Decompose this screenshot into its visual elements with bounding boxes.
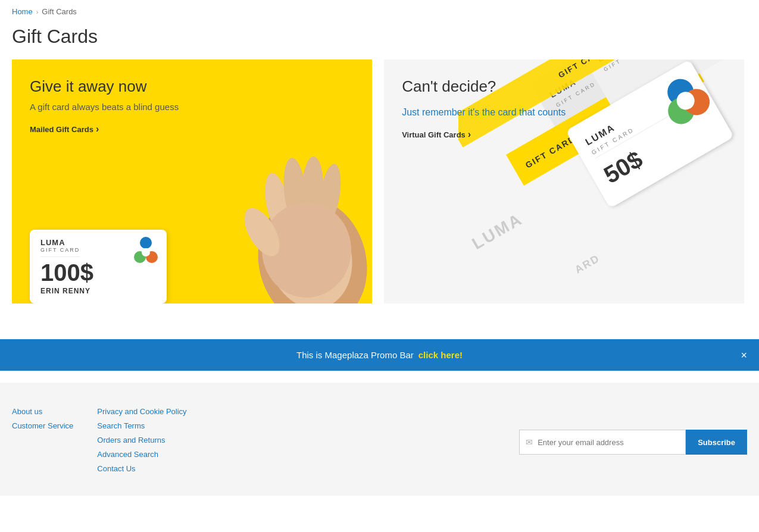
- footer-link-customer-service[interactable]: Customer Service: [12, 421, 73, 430]
- footer-link-advanced-search[interactable]: Advanced Search: [97, 450, 158, 459]
- luma-type: GIFT CARD: [40, 247, 80, 257]
- mailed-gift-cards-link[interactable]: Mailed Gift Cards: [30, 124, 99, 134]
- footer-newsletter: ✉ Subscribe: [519, 406, 747, 478]
- hand-visual: [217, 155, 372, 303]
- card-left-title: Give it away now: [30, 77, 354, 96]
- svg-text:LUMA: LUMA: [469, 209, 526, 253]
- card-right: Can't decide? Just remember it's the car…: [384, 60, 744, 303]
- luma-card-left: LUMA GIFT CARD 100$ ERIN RENNY: [30, 230, 167, 303]
- email-input-wrapper: ✉: [519, 430, 686, 455]
- svg-text:ARD: ARD: [573, 252, 602, 276]
- footer-link-about[interactable]: About us: [12, 407, 42, 416]
- card-left-subtitle: A gift card always beats a blind guess: [30, 102, 354, 112]
- subscribe-button[interactable]: Subscribe: [686, 430, 747, 455]
- breadcrumb: Home › Gift Cards: [0, 0, 759, 23]
- footer-link-orders[interactable]: Orders and Returns: [97, 436, 165, 445]
- breadcrumb-separator: ›: [36, 8, 39, 15]
- newsletter-form: ✉ Subscribe: [519, 430, 747, 455]
- card-right-title: Can't decide?: [402, 77, 726, 96]
- luma-brand: LUMA: [40, 238, 80, 247]
- promo-link[interactable]: click here!: [418, 350, 463, 360]
- virtual-gift-cards-link[interactable]: Virtual Gift Cards: [402, 129, 471, 140]
- promo-text: This is Mageplaza Promo Bar: [296, 350, 414, 360]
- breadcrumb-home[interactable]: Home: [12, 7, 33, 16]
- card-right-subtitle: Just remember it's the card that counts: [402, 105, 726, 120]
- footer-col-2: Privacy and Cookie Policy Search Terms O…: [97, 406, 186, 478]
- breadcrumb-current: Gift Cards: [42, 7, 77, 16]
- promo-bar: This is Mageplaza Promo Bar click here! …: [0, 339, 759, 371]
- luma-logo-left: [132, 237, 160, 266]
- footer-link-search-terms[interactable]: Search Terms: [97, 421, 145, 430]
- svg-point-3: [142, 248, 150, 256]
- email-input[interactable]: [538, 438, 679, 447]
- email-icon: ✉: [526, 437, 533, 447]
- footer-link-privacy[interactable]: Privacy and Cookie Policy: [97, 407, 186, 416]
- svg-point-0: [140, 237, 152, 249]
- promo-close-button[interactable]: ×: [741, 349, 747, 361]
- gift-card-visual-left: LUMA GIFT CARD 100$ ERIN RENNY: [30, 230, 372, 303]
- footer-link-contact[interactable]: Contact Us: [97, 464, 135, 473]
- footer: About us Customer Service Privacy and Co…: [0, 383, 759, 496]
- footer-col-1: About us Customer Service: [12, 406, 73, 478]
- card-recipient: ERIN RENNY: [40, 287, 156, 295]
- page-title: Gift Cards: [0, 23, 759, 60]
- card-left: Give it away now A gift card always beat…: [12, 60, 372, 303]
- main-content: Give it away now A gift card always beat…: [0, 60, 759, 327]
